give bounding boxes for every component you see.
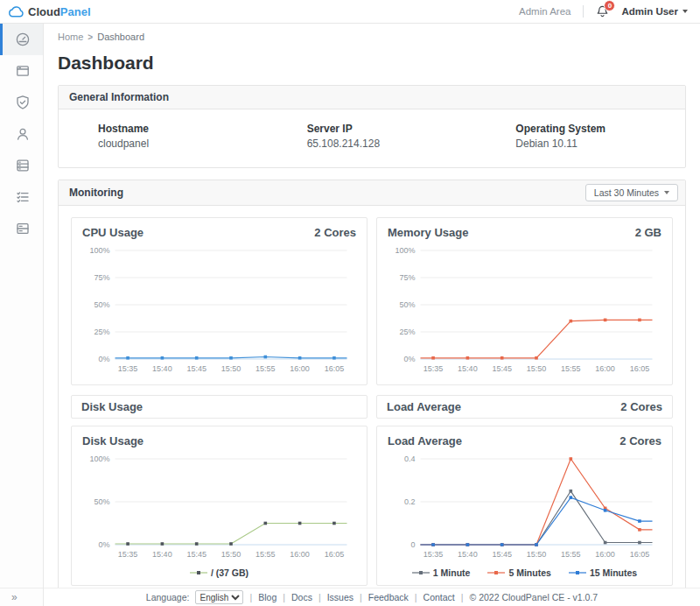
- load-chart-legend: 1 Minute5 Minutes15 Minutes: [386, 567, 663, 578]
- legend-marker-icon: [569, 569, 586, 576]
- os-field: Operating System Debian 10.11: [476, 123, 685, 150]
- disk-chart-title: Disk Usage: [82, 434, 144, 447]
- load-chart-title: Load Average: [388, 434, 462, 447]
- svg-text:16:05: 16:05: [325, 550, 345, 559]
- legend-entry[interactable]: 15 Minutes: [569, 567, 637, 578]
- time-range-label: Last 30 Minutes: [594, 187, 659, 198]
- app-header: CloudPanel Admin Area 0 Admin User: [0, 0, 700, 24]
- general-info-header: General Information: [59, 86, 685, 109]
- main-content: Home > Dashboard Dashboard General Infor…: [44, 24, 700, 599]
- disk-chart-legend: / (37 GB): [80, 567, 358, 578]
- cpu-usage-line-chart: 0%25%50%75%100%15:3515:4015:4515:5015:55…: [80, 243, 358, 376]
- svg-text:0%: 0%: [98, 540, 109, 549]
- svg-text:16:00: 16:00: [595, 364, 615, 373]
- breadcrumb-home-link[interactable]: Home: [58, 32, 83, 42]
- svg-text:100%: 100%: [89, 246, 109, 255]
- sidebar-item-dashboard[interactable]: [0, 24, 43, 55]
- footer-separator: |: [283, 592, 285, 602]
- load-average-block: Load Average 2 Cores Load Average 2 Core…: [376, 395, 673, 586]
- app-footer: Language: English |Blog|Docs|Issues|Feed…: [44, 588, 700, 606]
- svg-text:15:45: 15:45: [492, 550, 512, 559]
- cpu-chart-title: CPU Usage: [82, 226, 144, 239]
- load-average-line-chart: 00.20.415:3515:4015:4515:5015:5516:0016:…: [386, 452, 663, 561]
- svg-text:15:55: 15:55: [256, 550, 276, 559]
- shield-check-icon: [15, 95, 31, 110]
- sidebar-item-users[interactable]: [0, 118, 43, 150]
- time-range-dropdown[interactable]: Last 30 Minutes: [585, 184, 678, 201]
- load-outer-title: Load Average: [387, 400, 461, 413]
- svg-text:50%: 50%: [399, 300, 415, 309]
- legend-label: / (37 GB): [211, 567, 248, 578]
- svg-text:50%: 50%: [94, 497, 109, 506]
- svg-text:15:35: 15:35: [424, 364, 444, 373]
- memory-chart-title: Memory Usage: [388, 226, 468, 239]
- brand-logo[interactable]: CloudPanel: [9, 5, 91, 18]
- legend-entry[interactable]: 1 Minute: [412, 567, 471, 578]
- sidebar-item-databases[interactable]: [0, 150, 43, 181]
- footer-link-issues[interactable]: Issues: [327, 592, 354, 602]
- sidebar-item-server[interactable]: [0, 213, 43, 244]
- load-average-card-header: Load Average 2 Cores: [376, 395, 673, 419]
- svg-text:0.4: 0.4: [404, 454, 416, 463]
- chevron-down-icon: [682, 10, 688, 13]
- legend-entry[interactable]: / (37 GB): [190, 567, 248, 578]
- notification-badge: 0: [604, 0, 615, 11]
- footer-separator: |: [360, 592, 362, 602]
- general-info-title: General Information: [69, 91, 169, 103]
- language-select[interactable]: English: [195, 590, 243, 604]
- footer-separator: |: [249, 592, 252, 602]
- chevron-down-icon: [664, 191, 669, 194]
- monitoring-card: Monitoring Last 30 Minutes CPU Usage 2 C…: [58, 180, 686, 599]
- footer-link-contact[interactable]: Contact: [424, 592, 455, 602]
- sidebar-item-sites[interactable]: [0, 55, 43, 87]
- svg-text:75%: 75%: [94, 273, 109, 282]
- load-outer-cores-label: 2 Cores: [620, 400, 662, 413]
- svg-text:15:40: 15:40: [152, 364, 172, 373]
- svg-text:50%: 50%: [94, 300, 109, 309]
- sidebar-item-services[interactable]: [0, 181, 43, 213]
- admin-area-link[interactable]: Admin Area: [519, 6, 570, 17]
- footer-link-blog[interactable]: Blog: [258, 592, 276, 602]
- disk-usage-card-header: Disk Usage: [71, 395, 368, 419]
- svg-text:16:00: 16:00: [290, 550, 310, 559]
- server-ip-label: Server IP: [307, 123, 477, 135]
- hostname-value: cloudpanel: [98, 137, 268, 150]
- svg-text:15:50: 15:50: [221, 550, 242, 559]
- svg-text:100%: 100%: [89, 454, 109, 463]
- svg-text:75%: 75%: [399, 273, 415, 282]
- svg-text:15:45: 15:45: [186, 364, 206, 373]
- svg-text:15:45: 15:45: [492, 364, 512, 373]
- user-menu-label: Admin User: [621, 6, 678, 17]
- server-ip-value: 65.108.214.128: [307, 137, 477, 150]
- header-divider: [583, 5, 584, 18]
- checklist-icon: [15, 189, 31, 205]
- footer-link-feedback[interactable]: Feedback: [368, 592, 409, 602]
- svg-text:15:50: 15:50: [527, 550, 547, 559]
- disk-usage-line-chart: 0%50%100%15:3515:4015:4515:5015:5516:001…: [80, 452, 358, 561]
- svg-text:16:05: 16:05: [630, 364, 650, 373]
- disk-outer-title: Disk Usage: [81, 400, 143, 413]
- svg-text:0.2: 0.2: [404, 497, 416, 506]
- footer-link-docs[interactable]: Docs: [291, 592, 312, 602]
- monitoring-header: Monitoring Last 30 Minutes: [59, 180, 685, 206]
- legend-marker-icon: [190, 569, 207, 576]
- sidebar-collapse-button[interactable]: »: [0, 588, 43, 606]
- notifications-button[interactable]: 0: [596, 4, 609, 18]
- svg-text:16:00: 16:00: [290, 364, 310, 373]
- footer-separator: |: [415, 592, 417, 602]
- legend-label: 15 Minutes: [590, 567, 637, 578]
- hostname-label: Hostname: [98, 123, 268, 135]
- window-icon: [15, 63, 31, 79]
- disk-usage-block: Disk Usage Disk Usage 0%50%100%15:3515:4…: [71, 395, 368, 586]
- user-menu-button[interactable]: Admin User: [621, 6, 688, 17]
- os-label: Operating System: [515, 123, 685, 135]
- sidebar-item-security[interactable]: [0, 87, 43, 118]
- cloud-shape: [10, 6, 23, 16]
- legend-entry[interactable]: 5 Minutes: [487, 567, 550, 578]
- svg-text:15:40: 15:40: [458, 364, 478, 373]
- legend-marker-icon: [487, 569, 505, 576]
- svg-text:15:50: 15:50: [221, 364, 242, 373]
- sidebar: »: [0, 24, 44, 606]
- cpu-cores-label: 2 Cores: [314, 226, 356, 239]
- breadcrumb: Home > Dashboard: [58, 32, 686, 42]
